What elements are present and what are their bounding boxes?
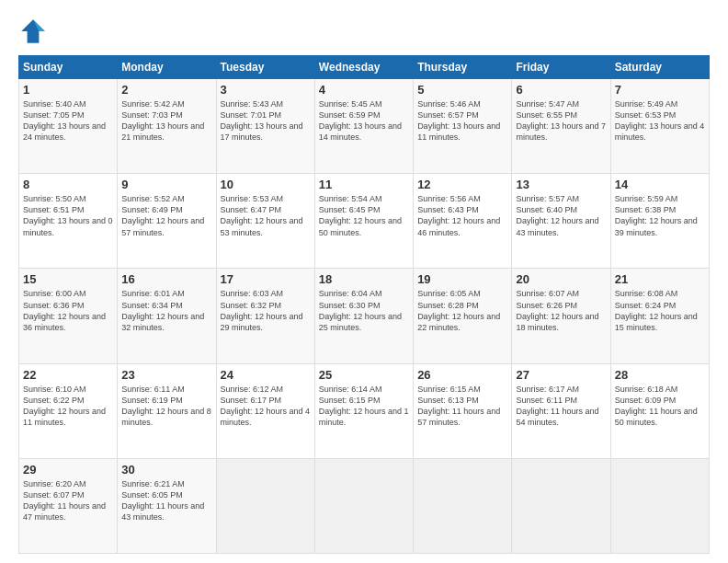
calendar-cell: 23 Sunrise: 6:11 AM Sunset: 6:19 PM Dayl… xyxy=(118,363,216,458)
cell-content: Sunrise: 5:47 AM Sunset: 6:55 PM Dayligh… xyxy=(516,98,606,144)
cell-content: Sunrise: 6:10 AM Sunset: 6:22 PM Dayligh… xyxy=(23,384,113,429)
cell-content: Sunrise: 5:52 AM Sunset: 6:49 PM Dayligh… xyxy=(121,193,211,238)
cell-content: Sunrise: 6:05 AM Sunset: 6:28 PM Dayligh… xyxy=(417,288,507,333)
calendar-cell: 18 Sunrise: 6:04 AM Sunset: 6:30 PM Dayl… xyxy=(314,269,413,363)
calendar-cell: 14 Sunrise: 5:59 AM Sunset: 6:38 PM Dayl… xyxy=(610,174,709,269)
cell-content: Sunrise: 6:14 AM Sunset: 6:15 PM Dayligh… xyxy=(319,384,409,429)
day-number: 30 xyxy=(121,463,211,477)
cell-content: Sunrise: 5:46 AM Sunset: 6:57 PM Dayligh… xyxy=(417,98,507,144)
cell-content: Sunrise: 6:01 AM Sunset: 6:34 PM Dayligh… xyxy=(121,288,211,333)
page: SundayMondayTuesdayWednesdayThursdayFrid… xyxy=(0,0,728,563)
day-number: 9 xyxy=(121,178,211,191)
calendar-header-row: SundayMondayTuesdayWednesdayThursdayFrid… xyxy=(19,56,710,79)
calendar-week-row: 29 Sunrise: 6:20 AM Sunset: 6:07 PM Dayl… xyxy=(19,458,710,553)
calendar-cell xyxy=(414,458,512,553)
day-number: 29 xyxy=(23,463,113,477)
day-header-friday: Friday xyxy=(512,56,610,79)
calendar-cell: 25 Sunrise: 6:14 AM Sunset: 6:15 PM Dayl… xyxy=(314,363,413,458)
day-number: 5 xyxy=(417,83,507,97)
day-number: 1 xyxy=(23,83,113,97)
calendar-cell: 10 Sunrise: 5:53 AM Sunset: 6:47 PM Dayl… xyxy=(216,174,314,269)
cell-content: Sunrise: 5:40 AM Sunset: 7:05 PM Dayligh… xyxy=(23,98,113,144)
day-number: 8 xyxy=(23,178,113,191)
day-header-saturday: Saturday xyxy=(610,56,709,79)
calendar-cell: 16 Sunrise: 6:01 AM Sunset: 6:34 PM Dayl… xyxy=(118,269,216,363)
day-number: 6 xyxy=(516,83,606,97)
day-header-monday: Monday xyxy=(118,56,216,79)
calendar-cell: 6 Sunrise: 5:47 AM Sunset: 6:55 PM Dayli… xyxy=(512,79,610,174)
day-number: 27 xyxy=(516,368,606,382)
calendar-week-row: 8 Sunrise: 5:50 AM Sunset: 6:51 PM Dayli… xyxy=(19,174,710,269)
calendar-cell: 8 Sunrise: 5:50 AM Sunset: 6:51 PM Dayli… xyxy=(19,174,118,269)
cell-content: Sunrise: 6:20 AM Sunset: 6:07 PM Dayligh… xyxy=(23,478,113,523)
calendar-cell: 2 Sunrise: 5:42 AM Sunset: 7:03 PM Dayli… xyxy=(118,79,216,174)
calendar-week-row: 1 Sunrise: 5:40 AM Sunset: 7:05 PM Dayli… xyxy=(19,79,710,174)
calendar-cell: 7 Sunrise: 5:49 AM Sunset: 6:53 PM Dayli… xyxy=(610,79,709,174)
calendar-cell xyxy=(610,458,709,553)
day-number: 25 xyxy=(319,368,409,382)
calendar-cell: 26 Sunrise: 6:15 AM Sunset: 6:13 PM Dayl… xyxy=(414,363,512,458)
cell-content: Sunrise: 5:57 AM Sunset: 6:40 PM Dayligh… xyxy=(516,193,606,238)
calendar-week-row: 15 Sunrise: 6:00 AM Sunset: 6:36 PM Dayl… xyxy=(19,269,710,363)
cell-content: Sunrise: 5:53 AM Sunset: 6:47 PM Dayligh… xyxy=(221,193,311,238)
calendar-cell: 19 Sunrise: 6:05 AM Sunset: 6:28 PM Dayl… xyxy=(414,269,512,363)
day-number: 16 xyxy=(121,272,211,286)
cell-content: Sunrise: 6:00 AM Sunset: 6:36 PM Dayligh… xyxy=(23,288,113,333)
cell-content: Sunrise: 6:18 AM Sunset: 6:09 PM Dayligh… xyxy=(615,384,705,429)
logo-icon xyxy=(18,17,48,46)
day-header-thursday: Thursday xyxy=(414,56,512,79)
cell-content: Sunrise: 6:17 AM Sunset: 6:11 PM Dayligh… xyxy=(516,384,606,429)
calendar-cell: 13 Sunrise: 5:57 AM Sunset: 6:40 PM Dayl… xyxy=(512,174,610,269)
cell-content: Sunrise: 6:12 AM Sunset: 6:17 PM Dayligh… xyxy=(221,384,311,429)
calendar-cell: 1 Sunrise: 5:40 AM Sunset: 7:05 PM Dayli… xyxy=(19,79,118,174)
day-number: 19 xyxy=(417,272,507,286)
cell-content: Sunrise: 5:42 AM Sunset: 7:03 PM Dayligh… xyxy=(121,98,211,144)
calendar-cell xyxy=(314,458,413,553)
calendar-cell: 3 Sunrise: 5:43 AM Sunset: 7:01 PM Dayli… xyxy=(216,79,314,174)
calendar-cell: 21 Sunrise: 6:08 AM Sunset: 6:24 PM Dayl… xyxy=(610,269,709,363)
cell-content: Sunrise: 5:45 AM Sunset: 6:59 PM Dayligh… xyxy=(319,98,409,144)
cell-content: Sunrise: 6:07 AM Sunset: 6:26 PM Dayligh… xyxy=(516,288,606,333)
day-number: 11 xyxy=(319,178,409,191)
calendar-cell: 4 Sunrise: 5:45 AM Sunset: 6:59 PM Dayli… xyxy=(314,79,413,174)
logo xyxy=(18,17,53,46)
calendar-cell: 5 Sunrise: 5:46 AM Sunset: 6:57 PM Dayli… xyxy=(414,79,512,174)
cell-content: Sunrise: 5:59 AM Sunset: 6:38 PM Dayligh… xyxy=(615,193,705,238)
day-number: 3 xyxy=(221,83,311,97)
calendar-cell: 22 Sunrise: 6:10 AM Sunset: 6:22 PM Dayl… xyxy=(19,363,118,458)
header xyxy=(18,17,710,46)
day-number: 12 xyxy=(417,178,507,191)
day-number: 20 xyxy=(516,272,606,286)
day-number: 22 xyxy=(23,368,113,382)
day-header-wednesday: Wednesday xyxy=(314,56,413,79)
day-number: 14 xyxy=(615,178,705,191)
cell-content: Sunrise: 6:04 AM Sunset: 6:30 PM Dayligh… xyxy=(319,288,409,333)
day-number: 28 xyxy=(615,368,705,382)
day-number: 24 xyxy=(221,368,311,382)
calendar-cell: 29 Sunrise: 6:20 AM Sunset: 6:07 PM Dayl… xyxy=(19,458,118,553)
day-number: 7 xyxy=(615,83,705,97)
day-number: 21 xyxy=(615,272,705,286)
day-number: 13 xyxy=(516,178,606,191)
calendar-cell xyxy=(216,458,314,553)
cell-content: Sunrise: 6:11 AM Sunset: 6:19 PM Dayligh… xyxy=(121,384,211,429)
cell-content: Sunrise: 6:08 AM Sunset: 6:24 PM Dayligh… xyxy=(615,288,705,333)
day-header-sunday: Sunday xyxy=(19,56,118,79)
calendar-cell xyxy=(512,458,610,553)
day-number: 10 xyxy=(221,178,311,191)
calendar-cell: 27 Sunrise: 6:17 AM Sunset: 6:11 PM Dayl… xyxy=(512,363,610,458)
calendar-cell: 30 Sunrise: 6:21 AM Sunset: 6:05 PM Dayl… xyxy=(118,458,216,553)
day-number: 15 xyxy=(23,272,113,286)
day-number: 4 xyxy=(319,83,409,97)
calendar-week-row: 22 Sunrise: 6:10 AM Sunset: 6:22 PM Dayl… xyxy=(19,363,710,458)
calendar-cell: 11 Sunrise: 5:54 AM Sunset: 6:45 PM Dayl… xyxy=(314,174,413,269)
calendar-table: SundayMondayTuesdayWednesdayThursdayFrid… xyxy=(18,55,710,554)
cell-content: Sunrise: 6:21 AM Sunset: 6:05 PM Dayligh… xyxy=(121,478,211,523)
calendar-cell: 28 Sunrise: 6:18 AM Sunset: 6:09 PM Dayl… xyxy=(610,363,709,458)
cell-content: Sunrise: 5:50 AM Sunset: 6:51 PM Dayligh… xyxy=(23,193,113,238)
calendar-cell: 12 Sunrise: 5:56 AM Sunset: 6:43 PM Dayl… xyxy=(414,174,512,269)
cell-content: Sunrise: 5:54 AM Sunset: 6:45 PM Dayligh… xyxy=(319,193,409,238)
calendar-cell: 17 Sunrise: 6:03 AM Sunset: 6:32 PM Dayl… xyxy=(216,269,314,363)
cell-content: Sunrise: 6:03 AM Sunset: 6:32 PM Dayligh… xyxy=(221,288,311,333)
calendar-cell: 24 Sunrise: 6:12 AM Sunset: 6:17 PM Dayl… xyxy=(216,363,314,458)
